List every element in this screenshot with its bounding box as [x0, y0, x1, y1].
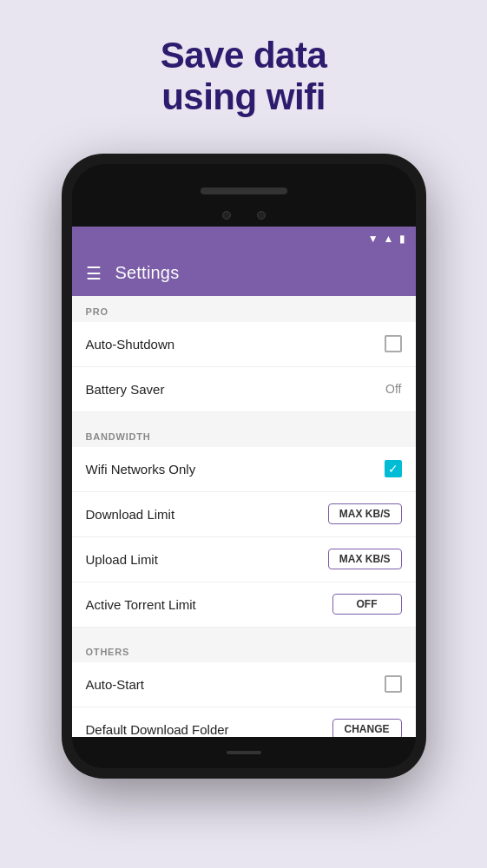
download-folder-label: Default Download Folder	[86, 722, 229, 737]
camera-right	[257, 211, 266, 220]
battery-saver-value: Off	[385, 382, 401, 396]
battery-saver-label: Battery Saver	[86, 382, 165, 397]
phone-bezel-top	[72, 164, 416, 227]
phone-speaker	[201, 187, 287, 194]
settings-content[interactable]: PRO Auto-Shutdown Battery Saver Off BAND…	[72, 296, 416, 737]
headline: Save data using wifi	[161, 35, 327, 119]
upload-limit-label: Upload Limit	[86, 552, 158, 567]
download-limit-badge[interactable]: MAX KB/S	[328, 503, 402, 524]
wifi-only-label: Wifi Networks Only	[86, 462, 196, 477]
setting-row-auto-shutdown: Auto-Shutdown	[72, 322, 416, 367]
section-header-others: OTHERS	[72, 636, 416, 662]
camera-left	[222, 211, 231, 220]
status-bar: ▼ ▲ ▮	[72, 227, 416, 251]
setting-row-torrent-limit: Active Torrent Limit OFF	[72, 582, 416, 628]
section-header-pro: PRO	[72, 296, 416, 322]
auto-shutdown-checkbox[interactable]	[385, 335, 402, 352]
setting-row-upload-limit: Upload Limit MAX KB/S	[72, 537, 416, 582]
download-limit-label: Download Limit	[86, 507, 175, 522]
auto-start-checkbox[interactable]	[385, 675, 402, 693]
setting-row-auto-start: Auto-Start	[72, 662, 416, 707]
hamburger-icon[interactable]: ☰	[86, 263, 102, 284]
wifi-status-icon: ▼	[368, 233, 378, 245]
torrent-limit-label: Active Torrent Limit	[86, 597, 196, 612]
torrent-limit-badge[interactable]: OFF	[332, 594, 402, 615]
battery-status-icon: ▮	[399, 233, 405, 245]
setting-row-battery-saver: Battery Saver Off	[72, 367, 416, 412]
toolbar: ☰ Settings	[72, 251, 416, 296]
toolbar-title: Settings	[115, 263, 180, 283]
download-folder-badge[interactable]: CHANGE	[332, 719, 402, 737]
headline-line1: Save data	[161, 35, 327, 76]
headline-line2: using wifi	[161, 76, 326, 117]
divider-2	[72, 628, 416, 636]
section-header-bandwidth: BANDWIDTH	[72, 421, 416, 447]
phone-shell: ▼ ▲ ▮ ☰ Settings PRO Auto-Shutdown Batte…	[62, 154, 426, 779]
setting-row-download-folder: Default Download Folder CHANGE	[72, 707, 416, 737]
upload-limit-badge[interactable]: MAX KB/S	[328, 549, 402, 569]
setting-row-wifi-only: Wifi Networks Only ✓	[72, 447, 416, 492]
divider-1	[72, 412, 416, 421]
signal-status-icon: ▲	[384, 233, 394, 245]
auto-shutdown-label: Auto-Shutdown	[86, 337, 175, 352]
setting-row-download-limit: Download Limit MAX KB/S	[72, 492, 416, 537]
phone-screen: ▼ ▲ ▮ ☰ Settings PRO Auto-Shutdown Batte…	[72, 227, 416, 737]
auto-start-label: Auto-Start	[86, 677, 145, 692]
phone-cameras	[222, 211, 266, 220]
wifi-only-checkbox[interactable]: ✓	[385, 460, 402, 477]
phone-home-indicator	[227, 751, 261, 754]
phone-mockup: ▼ ▲ ▮ ☰ Settings PRO Auto-Shutdown Batte…	[62, 154, 426, 779]
phone-bezel-bottom	[72, 737, 416, 768]
